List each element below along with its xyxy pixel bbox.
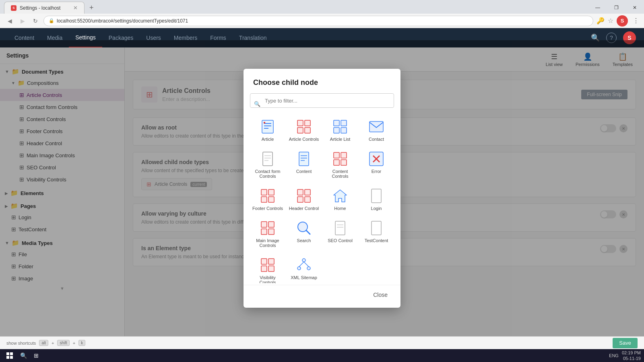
svg-rect-17	[369, 121, 383, 132]
modal-item-error[interactable]: Error	[359, 146, 394, 183]
svg-rect-12	[305, 128, 310, 133]
svg-rect-44	[268, 222, 274, 227]
save-button[interactable]: Save	[613, 338, 638, 348]
forward-button[interactable]: ▶	[18, 16, 27, 26]
error-icon	[369, 151, 384, 167]
svg-rect-52	[372, 221, 381, 235]
svg-rect-11	[297, 128, 303, 133]
browser-tab[interactable]: S Settings - localhost ✕	[4, 2, 85, 14]
minimize-button[interactable]: —	[588, 2, 607, 14]
modal-footer: Close	[244, 285, 400, 308]
modal-item-article-controls[interactable]: Article Controls	[286, 114, 322, 146]
seo-control-icon	[332, 220, 348, 236]
maximize-button[interactable]: ❐	[607, 2, 625, 14]
modal-item-article[interactable]: Article	[250, 114, 285, 146]
modal-item-article-list[interactable]: Article List	[322, 114, 358, 146]
browser-menu-button[interactable]: ⋮	[633, 17, 639, 25]
key-icon: 🔑	[597, 17, 605, 25]
modal-item-content-controls[interactable]: Content Controls	[322, 146, 358, 183]
article-list-icon	[332, 119, 348, 134]
refresh-button[interactable]: ↻	[31, 16, 40, 26]
content-controls-label: Content Controls	[324, 169, 356, 179]
modal-item-visibility-controls[interactable]: Visibility Controls	[250, 253, 285, 283]
modal-item-contact[interactable]: Contact	[359, 114, 394, 146]
modal-item-footer-controls[interactable]: Footer Controls	[250, 183, 285, 215]
svg-rect-33	[261, 189, 267, 195]
modal-item-content[interactable]: Content	[286, 146, 322, 183]
star-icon[interactable]: ☆	[608, 17, 613, 25]
svg-rect-0	[6, 352, 9, 355]
article-list-label: Article List	[330, 137, 351, 142]
modal-overlay: Choose child node 🔍 Article Article Cont…	[0, 40, 644, 336]
footer-controls-icon	[260, 188, 275, 204]
modal-search-input[interactable]	[250, 93, 394, 108]
taskbar-date: 05-11-19	[622, 356, 641, 361]
back-button[interactable]: ◀	[5, 16, 14, 26]
show-shortcuts-label: show shortcuts	[6, 341, 36, 346]
visibility-controls-label: Visibility Controls	[252, 275, 284, 283]
content-label: Content	[296, 169, 312, 174]
article-controls-icon	[296, 119, 312, 134]
taskbar: 🔍 ⊞ ENG 02:19 PM 05-11-19	[0, 349, 644, 362]
address-bar[interactable]: 🔒 localhost:55200/umbraco#/settings/docu…	[43, 16, 593, 26]
login-label: Login	[371, 206, 382, 211]
modal-item-seo-control[interactable]: SEO Control	[322, 216, 358, 252]
choose-child-node-modal: Choose child node 🔍 Article Article Cont…	[244, 69, 400, 308]
visibility-controls-icon	[260, 257, 275, 273]
modal-item-home[interactable]: Home	[322, 183, 358, 215]
svg-rect-34	[268, 189, 274, 195]
svg-line-61	[304, 262, 309, 267]
search-taskbar[interactable]: 🔍	[18, 350, 29, 361]
svg-rect-26	[334, 152, 339, 158]
svg-rect-40	[305, 197, 310, 202]
modal-item-testcontent[interactable]: TestContent	[359, 216, 394, 252]
home-icon	[332, 188, 348, 204]
modal-close-button[interactable]: Close	[370, 290, 391, 300]
svg-rect-39	[297, 197, 303, 202]
svg-rect-55	[261, 266, 267, 272]
task-view[interactable]: ⊞	[31, 350, 42, 361]
svg-rect-10	[305, 120, 310, 126]
bottom-bar: show shortcuts alt + shift + k Save	[0, 336, 644, 349]
plus-2: +	[73, 341, 75, 346]
taskbar-lang: ENG	[609, 353, 619, 358]
taskbar-time: 02:19 PM	[622, 350, 641, 356]
contact-label: Contact	[369, 137, 384, 142]
svg-rect-15	[334, 128, 339, 133]
svg-rect-3	[10, 356, 13, 359]
close-button[interactable]: ✕	[625, 2, 644, 14]
article-icon	[260, 119, 275, 134]
xml-sitemap-label: XML Sitemap	[291, 275, 317, 280]
new-tab-button[interactable]: +	[85, 2, 98, 14]
svg-rect-14	[341, 120, 347, 126]
modal-item-xml-sitemap[interactable]: XML Sitemap	[286, 253, 322, 283]
modal-item-login[interactable]: Login	[359, 183, 394, 215]
svg-rect-56	[268, 266, 274, 272]
testcontent-icon	[369, 220, 384, 236]
search-icon	[296, 220, 312, 236]
modal-item-header-control[interactable]: Header Control	[286, 183, 322, 215]
svg-rect-54	[268, 259, 274, 264]
content-controls-icon	[332, 151, 348, 167]
svg-rect-53	[261, 259, 267, 264]
modal-item-main-image-controls[interactable]: Main Image Controls	[250, 216, 285, 252]
svg-rect-1	[10, 352, 13, 355]
tab-favicon: S	[11, 5, 17, 11]
svg-rect-13	[334, 120, 339, 126]
modal-item-search[interactable]: Search	[286, 216, 322, 252]
alt-key: alt	[39, 340, 48, 346]
svg-rect-28	[334, 160, 339, 165]
start-button[interactable]	[3, 350, 16, 361]
contact-icon	[369, 119, 384, 134]
svg-line-48	[306, 230, 310, 234]
main-image-controls-label: Main Image Controls	[252, 238, 284, 248]
close-tab-icon[interactable]: ✕	[73, 5, 78, 11]
window-controls: — ❐ ✕	[588, 2, 644, 14]
contact-form-icon	[260, 151, 275, 167]
modal-item-contact-form[interactable]: Contact form Controls	[250, 146, 285, 183]
svg-rect-22	[299, 152, 309, 166]
svg-rect-36	[268, 197, 274, 202]
modal-search-wrap: 🔍	[244, 93, 400, 114]
user-menu-button[interactable]: S	[617, 15, 628, 27]
svg-marker-41	[334, 190, 347, 202]
